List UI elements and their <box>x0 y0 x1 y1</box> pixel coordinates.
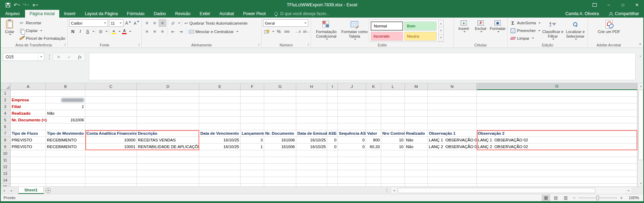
cell-E2[interactable] <box>199 97 241 103</box>
cell-O5[interactable] <box>477 117 637 123</box>
cell-I14[interactable] <box>327 177 338 184</box>
cell-F11[interactable] <box>241 157 264 164</box>
font-size-select[interactable]: 11 <box>109 19 123 27</box>
cell-D8[interactable]: RECEITAS VENDAS <box>137 137 199 144</box>
styles-more-button[interactable]: ▾ <box>438 34 443 42</box>
cell-D7[interactable]: Descrição <box>137 130 199 137</box>
cell-L15[interactable] <box>381 184 405 186</box>
cell-I11[interactable] <box>327 157 338 164</box>
row-header-8[interactable]: 8 <box>0 137 11 144</box>
format-cells-button[interactable]: ▦ Formatar <box>489 19 506 42</box>
row-header-9[interactable]: 9 <box>0 144 11 150</box>
cell-D10[interactable] <box>137 150 199 157</box>
orientation-button[interactable]: ab <box>169 19 177 27</box>
cell-N2[interactable] <box>428 97 477 103</box>
column-header-K[interactable]: K <box>366 83 381 90</box>
row-header-4[interactable]: 4 <box>0 110 11 117</box>
hscroll-right-button[interactable]: ▸ <box>626 187 632 194</box>
cell-H4[interactable] <box>296 110 327 117</box>
cell-I2[interactable] <box>327 97 338 103</box>
cell-B1[interactable] <box>46 90 85 97</box>
cell-F15[interactable] <box>241 184 264 186</box>
align-middle-button[interactable]: ≡ <box>151 19 158 27</box>
cell-E14[interactable] <box>199 177 241 184</box>
format-as-table-button[interactable]: Formatar como Tabela <box>340 19 369 42</box>
formula-input[interactable] <box>89 53 636 80</box>
increase-decimal-button[interactable]: ←.0 <box>294 28 302 35</box>
column-header-O[interactable]: O <box>477 83 637 90</box>
cell-F6[interactable] <box>241 123 264 130</box>
cell-C6[interactable] <box>85 123 137 130</box>
select-all-corner[interactable] <box>0 83 11 90</box>
cell-M2[interactable] <box>405 97 428 103</box>
column-header-F[interactable]: F <box>241 83 264 90</box>
fill-color-button[interactable]: ◆ <box>110 28 117 35</box>
copy-button[interactable]: Copiar <box>18 27 66 34</box>
cell-D12[interactable] <box>137 164 199 170</box>
horizontal-scrollbar[interactable] <box>397 187 626 194</box>
tab-arquivo[interactable]: Arquivo <box>0 10 25 18</box>
cell-A11[interactable] <box>11 157 46 164</box>
cell-I13[interactable] <box>327 170 338 177</box>
cell-N3[interactable] <box>428 103 477 110</box>
cell-O11[interactable] <box>477 157 637 164</box>
cell-K11[interactable] <box>366 157 381 164</box>
cell-B12[interactable] <box>46 164 85 170</box>
row-header-6[interactable]: 6 <box>0 123 11 130</box>
cell-K10[interactable] <box>366 150 381 157</box>
cell-L10[interactable] <box>381 150 405 157</box>
cell-J1[interactable] <box>338 90 366 97</box>
cell-N11[interactable] <box>428 157 477 164</box>
align-left-button[interactable]: ≡ <box>143 28 151 35</box>
cell-B5[interactable]: 161006 <box>46 117 85 123</box>
collapse-ribbon-button[interactable]: ˄ <box>639 42 641 46</box>
cell-O3[interactable] <box>477 103 637 110</box>
decrease-indent-button[interactable]: ⇤ <box>169 28 177 35</box>
cell-D15[interactable] <box>137 184 199 186</box>
cell-L1[interactable] <box>381 90 405 97</box>
wrap-text-button[interactable]: ↩Quebrar Texto Automaticamente <box>183 19 249 27</box>
cell-N13[interactable] <box>428 170 477 177</box>
cell-L3[interactable] <box>381 103 405 110</box>
format-painter-button[interactable]: Pincel de Formatação <box>18 34 66 42</box>
cell-J2[interactable] <box>338 97 366 103</box>
autosum-button[interactable]: ΣAutoSoma <box>509 19 542 27</box>
cell-C4[interactable] <box>85 110 137 117</box>
cell-M15[interactable] <box>405 184 428 186</box>
cell-O13[interactable] <box>477 170 637 177</box>
cell-K14[interactable] <box>366 177 381 184</box>
cell-M11[interactable] <box>405 157 428 164</box>
row-header-10[interactable]: 10 <box>0 150 11 157</box>
decrease-font-size-button[interactable]: A▼ <box>133 19 140 27</box>
cell-B13[interactable] <box>46 170 85 177</box>
row-header-14[interactable]: 14 <box>0 177 11 184</box>
cell-F1[interactable] <box>241 90 264 97</box>
cell-A2[interactable]: Empresa <box>11 97 46 103</box>
style-good[interactable]: Bom <box>404 21 437 31</box>
cancel-button[interactable]: ✕ <box>53 53 64 61</box>
cell-C7[interactable]: Conta Analítica Financeira <box>85 130 137 137</box>
cell-G5[interactable] <box>264 117 296 123</box>
style-normal[interactable]: Normal <box>371 21 403 31</box>
insert-function-button[interactable]: fx <box>74 53 85 61</box>
cell-N9[interactable]: LANÇ 2 OBSERVAÇÃO 01 <box>428 144 477 150</box>
align-right-button[interactable]: ≡ <box>159 28 166 35</box>
insert-cells-button[interactable]: + Inserir <box>455 19 472 42</box>
cell-H2[interactable] <box>296 97 327 103</box>
row-header-5[interactable]: 5 <box>0 117 11 123</box>
cell-I7[interactable]: ASE <box>327 130 338 137</box>
percent-style-button[interactable]: % <box>275 28 282 35</box>
cell-A5[interactable]: Nr. Documento (=) <box>11 117 46 123</box>
tab-p-gina-inicial[interactable]: Página Inicial <box>25 10 59 18</box>
increase-font-size-button[interactable]: A▲ <box>124 19 132 27</box>
underline-button[interactable]: S <box>84 28 91 35</box>
cell-G4[interactable] <box>264 110 296 117</box>
cell-A4[interactable]: Realizado <box>11 110 46 117</box>
cell-M13[interactable] <box>405 170 428 177</box>
cell-E3[interactable] <box>199 103 241 110</box>
cell-G15[interactable] <box>264 184 296 186</box>
cell-H12[interactable] <box>296 164 327 170</box>
cell-C12[interactable] <box>85 164 137 170</box>
cell-N15[interactable] <box>428 184 477 186</box>
cell-L5[interactable] <box>381 117 405 123</box>
